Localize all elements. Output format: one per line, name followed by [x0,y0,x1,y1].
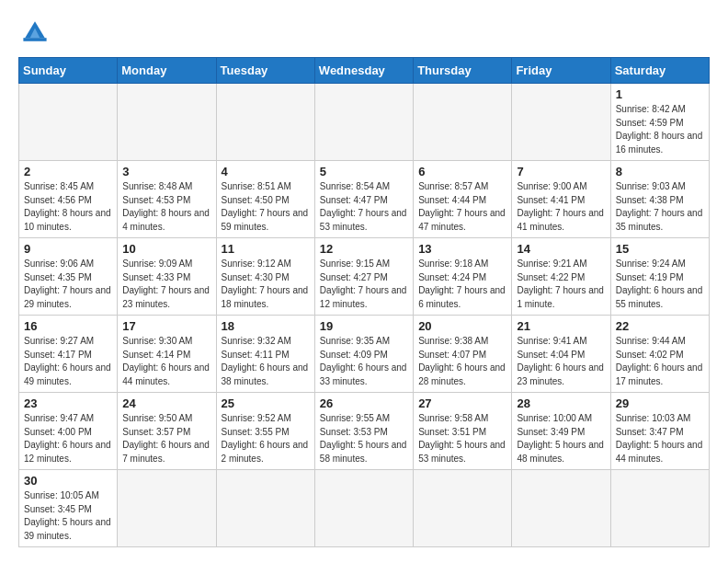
calendar-day-cell [610,470,709,547]
day-number: 18 [222,319,310,333]
calendar-day-cell: 28Sunrise: 10:00 AM Sunset: 3:49 PM Dayl… [512,393,610,470]
day-number: 11 [222,242,310,256]
calendar-day-cell: 15Sunrise: 9:24 AM Sunset: 4:19 PM Dayli… [610,238,709,316]
calendar-day-cell: 23Sunrise: 9:47 AM Sunset: 4:00 PM Dayli… [19,393,118,470]
calendar-week-row: 30Sunrise: 10:05 AM Sunset: 3:45 PM Dayl… [19,470,710,547]
day-number: 29 [616,396,704,410]
day-info: Sunrise: 9:55 AM Sunset: 3:53 PM Dayligh… [320,412,408,465]
calendar-day-cell: 20Sunrise: 9:38 AM Sunset: 4:07 PM Dayli… [414,316,512,393]
calendar-day-cell: 9Sunrise: 9:06 AM Sunset: 4:35 PM Daylig… [19,238,118,316]
calendar-day-cell: 19Sunrise: 9:35 AM Sunset: 4:09 PM Dayli… [314,316,413,393]
day-number: 19 [320,319,408,333]
calendar-day-cell: 29Sunrise: 10:03 AM Sunset: 3:47 PM Dayl… [610,393,709,470]
day-number: 8 [616,165,704,178]
day-info: Sunrise: 9:50 AM Sunset: 3:57 PM Dayligh… [122,412,210,465]
calendar-day-header: Friday [512,58,610,84]
day-info: Sunrise: 9:12 AM Sunset: 4:30 PM Dayligh… [222,258,310,311]
day-info: Sunrise: 9:21 AM Sunset: 4:22 PM Dayligh… [517,258,605,311]
calendar-day-header: Wednesday [314,58,413,84]
day-number: 6 [418,165,506,178]
day-info: Sunrise: 10:00 AM Sunset: 3:49 PM Daylig… [517,412,605,465]
day-info: Sunrise: 9:30 AM Sunset: 4:14 PM Dayligh… [122,335,210,388]
day-info: Sunrise: 9:15 AM Sunset: 4:27 PM Dayligh… [320,258,408,311]
calendar-day-cell [19,84,118,161]
calendar-day-header: Monday [118,58,216,84]
day-info: Sunrise: 9:03 AM Sunset: 4:38 PM Dayligh… [616,180,704,234]
day-info: Sunrise: 9:18 AM Sunset: 4:24 PM Dayligh… [418,258,506,311]
day-number: 27 [418,396,506,410]
day-info: Sunrise: 8:54 AM Sunset: 4:47 PM Dayligh… [320,180,408,234]
day-number: 22 [616,319,704,333]
day-number: 14 [517,242,605,256]
day-number: 16 [24,319,112,333]
calendar-day-cell: 8Sunrise: 9:03 AM Sunset: 4:38 PM Daylig… [610,161,709,238]
calendar-day-cell: 22Sunrise: 9:44 AM Sunset: 4:02 PM Dayli… [610,316,709,393]
day-number: 15 [616,242,704,256]
calendar-week-row: 9Sunrise: 9:06 AM Sunset: 4:35 PM Daylig… [19,238,710,316]
svg-rect-2 [23,38,46,41]
calendar-day-header: Saturday [610,58,709,84]
calendar-table: SundayMondayTuesdayWednesdayThursdayFrid… [18,57,710,547]
logo [18,15,57,48]
day-info: Sunrise: 10:03 AM Sunset: 3:47 PM Daylig… [616,412,704,465]
calendar-day-cell: 6Sunrise: 8:57 AM Sunset: 4:44 PM Daylig… [414,161,512,238]
day-info: Sunrise: 8:57 AM Sunset: 4:44 PM Dayligh… [418,180,506,234]
logo-icon [18,15,51,48]
calendar-day-cell [118,84,216,161]
calendar-day-cell [216,84,314,161]
calendar-day-cell: 18Sunrise: 9:32 AM Sunset: 4:11 PM Dayli… [216,316,314,393]
day-info: Sunrise: 9:06 AM Sunset: 4:35 PM Dayligh… [24,258,112,311]
day-number: 13 [418,242,506,256]
calendar-day-cell: 11Sunrise: 9:12 AM Sunset: 4:30 PM Dayli… [216,238,314,316]
calendar-day-cell [118,470,216,547]
calendar-day-cell: 4Sunrise: 8:51 AM Sunset: 4:50 PM Daylig… [216,161,314,238]
calendar-day-cell: 14Sunrise: 9:21 AM Sunset: 4:22 PM Dayli… [512,238,610,316]
day-number: 25 [222,396,310,410]
calendar-day-cell: 21Sunrise: 9:41 AM Sunset: 4:04 PM Dayli… [512,316,610,393]
calendar-header-row: SundayMondayTuesdayWednesdayThursdayFrid… [19,58,710,84]
calendar-week-row: 1Sunrise: 8:42 AM Sunset: 4:59 PM Daylig… [19,84,710,161]
calendar-day-cell: 2Sunrise: 8:45 AM Sunset: 4:56 PM Daylig… [19,161,118,238]
calendar-day-cell: 24Sunrise: 9:50 AM Sunset: 3:57 PM Dayli… [118,393,216,470]
day-info: Sunrise: 9:27 AM Sunset: 4:17 PM Dayligh… [24,335,112,388]
calendar-day-cell: 26Sunrise: 9:55 AM Sunset: 3:53 PM Dayli… [314,393,413,470]
day-number: 1 [616,87,704,101]
day-info: Sunrise: 9:35 AM Sunset: 4:09 PM Dayligh… [320,335,408,388]
calendar-day-cell: 7Sunrise: 9:00 AM Sunset: 4:41 PM Daylig… [512,161,610,238]
day-number: 23 [24,396,112,410]
day-number: 2 [24,165,112,178]
day-number: 3 [122,165,210,178]
day-info: Sunrise: 9:47 AM Sunset: 4:00 PM Dayligh… [24,412,112,465]
day-number: 24 [122,396,210,410]
day-info: Sunrise: 8:42 AM Sunset: 4:59 PM Dayligh… [616,103,704,156]
calendar-day-cell [314,470,413,547]
calendar-day-header: Thursday [414,58,512,84]
calendar-day-cell: 16Sunrise: 9:27 AM Sunset: 4:17 PM Dayli… [19,316,118,393]
day-info: Sunrise: 8:45 AM Sunset: 4:56 PM Dayligh… [24,180,112,234]
calendar-day-cell: 25Sunrise: 9:52 AM Sunset: 3:55 PM Dayli… [216,393,314,470]
day-info: Sunrise: 8:51 AM Sunset: 4:50 PM Dayligh… [222,180,310,234]
calendar-day-cell: 27Sunrise: 9:58 AM Sunset: 3:51 PM Dayli… [414,393,512,470]
calendar-day-cell [512,470,610,547]
day-number: 7 [517,165,605,178]
calendar-week-row: 23Sunrise: 9:47 AM Sunset: 4:00 PM Dayli… [19,393,710,470]
day-info: Sunrise: 9:58 AM Sunset: 3:51 PM Dayligh… [418,412,506,465]
day-number: 9 [24,242,112,256]
calendar-day-cell [314,84,413,161]
day-number: 17 [122,319,210,333]
day-info: Sunrise: 9:32 AM Sunset: 4:11 PM Dayligh… [222,335,310,388]
day-number: 12 [320,242,408,256]
calendar-week-row: 16Sunrise: 9:27 AM Sunset: 4:17 PM Dayli… [19,316,710,393]
day-info: Sunrise: 10:05 AM Sunset: 3:45 PM Daylig… [24,489,112,543]
page: SundayMondayTuesdayWednesdayThursdayFrid… [0,0,728,562]
calendar-day-cell: 5Sunrise: 8:54 AM Sunset: 4:47 PM Daylig… [314,161,413,238]
calendar-day-cell: 17Sunrise: 9:30 AM Sunset: 4:14 PM Dayli… [118,316,216,393]
day-info: Sunrise: 9:09 AM Sunset: 4:33 PM Dayligh… [122,258,210,311]
calendar-week-row: 2Sunrise: 8:45 AM Sunset: 4:56 PM Daylig… [19,161,710,238]
day-info: Sunrise: 9:52 AM Sunset: 3:55 PM Dayligh… [222,412,310,465]
day-number: 28 [517,396,605,410]
day-number: 21 [517,319,605,333]
day-number: 20 [418,319,506,333]
day-number: 10 [122,242,210,256]
calendar-day-cell: 13Sunrise: 9:18 AM Sunset: 4:24 PM Dayli… [414,238,512,316]
